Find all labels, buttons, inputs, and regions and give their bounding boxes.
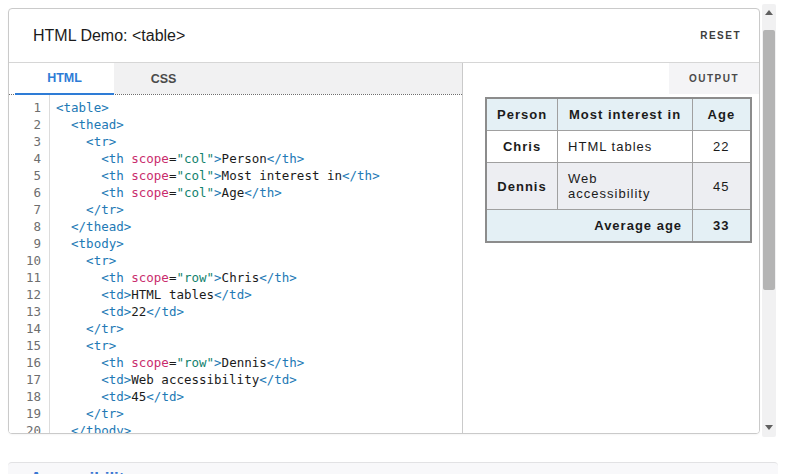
line-number: 20 — [9, 422, 41, 433]
output-table-body: ChrisHTML tables22DennisWeb accessibilit… — [486, 131, 751, 210]
output-table-head: PersonMost interest inAge — [486, 98, 751, 131]
line-number: 14 — [9, 320, 41, 337]
reset-button[interactable]: RESET — [700, 30, 741, 41]
output-footer-label: Average age — [486, 210, 693, 243]
code-line: <td>Web accessibility</td> — [56, 371, 462, 388]
line-number: 3 — [9, 133, 41, 150]
output-footer-value: 33 — [693, 210, 751, 243]
line-number: 17 — [9, 371, 41, 388]
editor-code[interactable]: <table> <thead> <tr> <th scope="col">Per… — [50, 95, 462, 433]
code-line: <table> — [56, 99, 462, 116]
interactive-example-card: HTML Demo: <table> RESET HTML CSS 123456… — [8, 8, 760, 434]
line-number: 11 — [9, 269, 41, 286]
output-table-wrap: PersonMost interest inAge ChrisHTML tabl… — [463, 94, 759, 243]
line-number: 13 — [9, 303, 41, 320]
code-line: </tr> — [56, 405, 462, 422]
tab-html[interactable]: HTML — [15, 63, 114, 95]
code-line: <th scope="row">Dennis</th> — [56, 354, 462, 371]
demo-title: HTML Demo: <table> — [33, 27, 185, 45]
output-cell: 45 — [693, 163, 751, 210]
code-line: <td>45</td> — [56, 388, 462, 405]
line-number: 15 — [9, 337, 41, 354]
demo-body: HTML CSS 1234567891011121314151617181920… — [9, 63, 759, 433]
code-line: </tbody> — [56, 422, 462, 433]
code-line: <th scope="col">Most interest in</th> — [56, 167, 462, 184]
output-cell: HTML tables — [558, 131, 693, 163]
code-line: <th scope="row">Chris</th> — [56, 269, 462, 286]
output-bar: OUTPUT — [463, 63, 759, 94]
output-label: OUTPUT — [669, 63, 759, 94]
output-table-row: DennisWeb accessibility45 — [486, 163, 751, 210]
line-number: 16 — [9, 354, 41, 371]
section-heading-link[interactable]: Accessibility — [30, 469, 778, 474]
code-line: <td>HTML tables</td> — [56, 286, 462, 303]
editor-panel: HTML CSS 1234567891011121314151617181920… — [9, 63, 462, 433]
output-col-header: Most interest in — [558, 98, 693, 131]
line-number: 8 — [9, 218, 41, 235]
line-number: 18 — [9, 388, 41, 405]
line-number: 12 — [9, 286, 41, 303]
code-line: <td>22</td> — [56, 303, 462, 320]
output-cell: 22 — [693, 131, 751, 163]
code-line: <th scope="col">Age</th> — [56, 184, 462, 201]
code-line: <thead> — [56, 116, 462, 133]
scrollbar-up-button[interactable] — [762, 4, 776, 20]
tab-css[interactable]: CSS — [114, 63, 213, 94]
arrow-up-icon — [765, 10, 773, 15]
line-number: 6 — [9, 184, 41, 201]
page-section-below: Accessibility — [8, 462, 778, 474]
output-panel: OUTPUT PersonMost interest inAge ChrisHT… — [462, 63, 759, 433]
line-number: 9 — [9, 235, 41, 252]
code-line: </thead> — [56, 218, 462, 235]
output-table-foot: Average age33 — [486, 210, 751, 243]
editor-tab-bar: HTML CSS — [9, 63, 462, 95]
demo-header: HTML Demo: <table> RESET — [9, 9, 759, 63]
code-line: </tr> — [56, 320, 462, 337]
arrow-down-icon — [765, 425, 773, 430]
code-line: <tr> — [56, 252, 462, 269]
output-table-row: ChrisHTML tables22 — [486, 131, 751, 163]
code-line: </tr> — [56, 201, 462, 218]
output-row-header: Dennis — [486, 163, 558, 210]
line-number: 1 — [9, 99, 41, 116]
line-number: 5 — [9, 167, 41, 184]
scrollbar-down-button[interactable] — [762, 419, 776, 435]
line-number: 10 — [9, 252, 41, 269]
output-cell: Web accessibility — [558, 163, 693, 210]
code-line: <tr> — [56, 133, 462, 150]
output-table: PersonMost interest inAge ChrisHTML tabl… — [485, 97, 752, 243]
line-number: 19 — [9, 405, 41, 422]
code-line: <tr> — [56, 337, 462, 354]
editor-gutter: 1234567891011121314151617181920 — [9, 95, 50, 433]
scrollbar-thumb[interactable] — [763, 30, 775, 290]
code-line: <th scope="col">Person</th> — [56, 150, 462, 167]
output-col-header: Person — [486, 98, 558, 131]
line-number: 2 — [9, 116, 41, 133]
code-editor[interactable]: 1234567891011121314151617181920 <table> … — [9, 95, 462, 433]
output-col-header: Age — [693, 98, 751, 131]
line-number: 4 — [9, 150, 41, 167]
line-number: 7 — [9, 201, 41, 218]
output-row-header: Chris — [486, 131, 558, 163]
code-line: <tbody> — [56, 235, 462, 252]
page-scrollbar[interactable] — [762, 4, 776, 437]
tab-bar-filler — [213, 63, 462, 94]
